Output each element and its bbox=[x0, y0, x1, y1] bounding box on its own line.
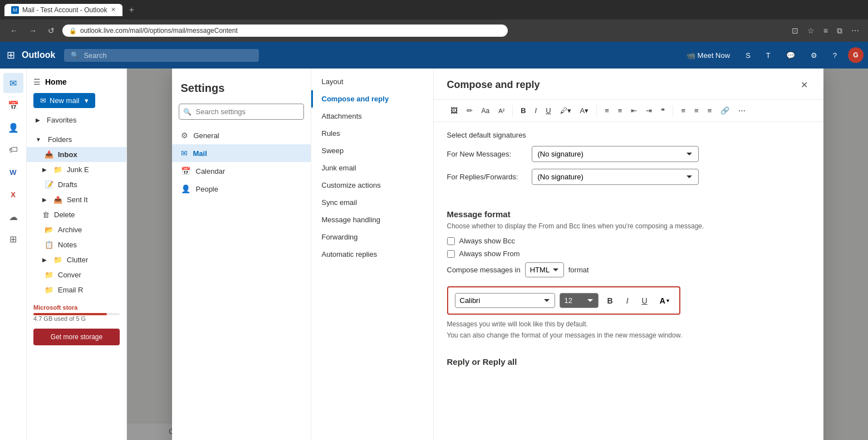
sidebar-item-more[interactable]: ⊞ bbox=[3, 229, 23, 249]
settings-nav-mail[interactable]: ✉ Mail bbox=[172, 144, 311, 162]
browser-tab[interactable]: M Mail - Test Account - Outlook ✕ bbox=[4, 4, 122, 16]
menu-item-junk[interactable]: Junk email bbox=[311, 159, 433, 177]
new-mail-button[interactable]: ✉ New mail ▾ bbox=[33, 93, 95, 108]
extensions-icon[interactable]: ⊡ bbox=[789, 24, 801, 37]
menu-item-compose-reply[interactable]: Compose and reply bbox=[311, 90, 433, 107]
address-bar[interactable]: 🔒 outlook.live.com/mail/0/options/mail/m… bbox=[62, 25, 508, 37]
favorites-section: ▶ Favorites bbox=[27, 110, 126, 130]
deleted-nav-item[interactable]: 🗑 Delete bbox=[27, 207, 126, 222]
settings-nav-general[interactable]: ⚙ General bbox=[172, 126, 311, 144]
collections-icon[interactable]: ≡ bbox=[821, 24, 830, 37]
global-search-input[interactable] bbox=[84, 51, 252, 60]
menu-item-sync[interactable]: Sync email bbox=[311, 194, 433, 211]
more-icon[interactable]: ⋯ bbox=[849, 24, 861, 37]
compose-messages-prefix: Compose messages in bbox=[447, 266, 521, 274]
toolbar-quote-btn[interactable]: ❝ bbox=[658, 104, 668, 117]
font-color-button[interactable]: A ▾ bbox=[656, 294, 673, 307]
settings-menu: Layout Compose and reply Attachments Rul… bbox=[311, 69, 434, 440]
sidebar-item-onedrive[interactable]: ☁ bbox=[3, 207, 23, 227]
content-area: Settings 🔍 ⚙ General ✉ Mail 📅 bbox=[127, 69, 868, 440]
new-messages-signature-select[interactable]: (No signature) bbox=[532, 146, 699, 162]
notes-nav-item[interactable]: 📋 Notes bbox=[27, 237, 126, 252]
toolbar-underline-btn[interactable]: U bbox=[542, 104, 554, 117]
tab-close-button[interactable]: ✕ bbox=[111, 6, 116, 13]
new-tab-button[interactable]: + bbox=[127, 3, 136, 17]
font-underline-button[interactable]: U bbox=[637, 294, 652, 307]
get-more-storage-button[interactable]: Get more storage bbox=[33, 329, 120, 345]
split-screen-icon[interactable]: ⧉ bbox=[835, 24, 845, 38]
font-family-select[interactable]: Calibri bbox=[455, 293, 555, 308]
font-size-select[interactable]: 12 bbox=[560, 293, 599, 308]
junk-nav-item[interactable]: ▶ 📁 Junk E bbox=[27, 162, 126, 177]
menu-item-forwarding[interactable]: Forwarding bbox=[311, 228, 433, 246]
settings-close-button[interactable]: ✕ bbox=[798, 77, 810, 92]
settings-nav-people[interactable]: 👤 People bbox=[172, 180, 311, 198]
always-show-bcc-checkbox[interactable] bbox=[447, 237, 455, 245]
toolbar-font-color-btn[interactable]: A▾ bbox=[577, 104, 592, 117]
sidebar-item-people[interactable]: 👤 bbox=[3, 118, 23, 138]
app-grid-icon[interactable]: ⊞ bbox=[4, 47, 17, 63]
toolbar-indent-btn[interactable]: ⇤ bbox=[627, 104, 640, 117]
always-show-from-checkbox[interactable] bbox=[447, 250, 455, 258]
sidebar-item-calendar[interactable]: 📅 bbox=[3, 95, 23, 115]
meet-now-button[interactable]: 📹 Meet Now bbox=[682, 49, 735, 62]
hamburger-icon[interactable]: ☰ bbox=[33, 77, 41, 86]
back-button[interactable]: ← bbox=[7, 24, 21, 37]
menu-item-auto-replies[interactable]: Automatic replies bbox=[311, 246, 433, 263]
reload-button[interactable]: ↺ bbox=[45, 24, 58, 37]
always-show-from-label[interactable]: Always show From bbox=[459, 250, 520, 258]
menu-item-customize[interactable]: Customize actions bbox=[311, 177, 433, 194]
toolbar-bullets-btn[interactable]: ≡ bbox=[601, 104, 612, 117]
archive-nav-item[interactable]: 📂 Archive bbox=[27, 222, 126, 237]
toolbar-align-right-btn[interactable]: ≡ bbox=[704, 104, 715, 117]
sent-expand-icon: ▶ bbox=[42, 197, 47, 203]
settings-icon[interactable]: ⚙ bbox=[806, 49, 822, 62]
toolbar-highlight-btn[interactable]: 🖊▾ bbox=[557, 104, 575, 117]
always-show-bcc-label[interactable]: Always show Bcc bbox=[459, 237, 515, 245]
toolbar-bold-btn[interactable]: B bbox=[517, 104, 529, 117]
favorites-icon[interactable]: ☆ bbox=[805, 24, 817, 37]
sidebar-item-excel[interactable]: X bbox=[3, 184, 23, 204]
toolbar-italic-btn[interactable]: I bbox=[532, 104, 541, 117]
user-avatar[interactable]: G bbox=[848, 47, 864, 63]
toolbar-draw-btn[interactable]: ✏ bbox=[463, 104, 476, 117]
toolbar-font-size-btn[interactable]: Aa bbox=[478, 105, 493, 117]
font-italic-button[interactable]: I bbox=[622, 294, 633, 307]
conversation-nav-item[interactable]: 📁 Conver bbox=[27, 267, 126, 282]
toolbar-image-btn[interactable]: 🖼 bbox=[447, 104, 461, 117]
sidebar-item-mail[interactable]: ✉ bbox=[3, 73, 23, 93]
toolbar-align-left-btn[interactable]: ≡ bbox=[678, 104, 689, 117]
clutter-nav-item[interactable]: ▶ 📁 Clutter bbox=[27, 252, 126, 267]
favorites-nav-item[interactable]: ▶ Favorites bbox=[27, 113, 126, 128]
sidebar-item-word[interactable]: W bbox=[3, 162, 23, 182]
toolbar-numbers-btn[interactable]: ≡ bbox=[615, 104, 626, 117]
new-mail-icon: ✉ bbox=[40, 96, 46, 105]
email-nav-item[interactable]: 📁 Email R bbox=[27, 282, 126, 297]
replies-signature-select[interactable]: (No signature) bbox=[532, 169, 699, 185]
toolbar-align-center-btn[interactable]: ≡ bbox=[691, 104, 702, 117]
forward-button[interactable]: → bbox=[26, 24, 40, 37]
settings-nav-calendar[interactable]: 📅 Calendar bbox=[172, 162, 311, 180]
help-icon[interactable]: ? bbox=[828, 49, 841, 62]
toolbar-more-btn[interactable]: ⋯ bbox=[735, 104, 749, 117]
folders-nav-item[interactable]: ▼ Folders bbox=[27, 132, 126, 147]
menu-item-attachments[interactable]: Attachments bbox=[311, 107, 433, 125]
menu-item-rules[interactable]: Rules bbox=[311, 125, 433, 142]
toolbar-outdent-btn[interactable]: ⇥ bbox=[643, 104, 655, 117]
drafts-nav-item[interactable]: 📝 Drafts bbox=[27, 177, 126, 192]
toolbar-link-btn[interactable]: 🔗 bbox=[717, 104, 733, 117]
feedback-icon[interactable]: 💬 bbox=[782, 49, 800, 62]
toolbar-superscript-btn[interactable]: A² bbox=[495, 105, 508, 116]
sent-nav-item[interactable]: ▶ 📤 Sent It bbox=[27, 192, 126, 207]
global-search-box[interactable]: 🔍 bbox=[64, 49, 259, 62]
menu-item-layout[interactable]: Layout bbox=[311, 73, 433, 90]
inbox-nav-item[interactable]: 📥 Inbox bbox=[27, 147, 126, 162]
menu-item-message-handling[interactable]: Message handling bbox=[311, 211, 433, 228]
teams-icon[interactable]: T bbox=[762, 49, 775, 62]
font-bold-button[interactable]: B bbox=[603, 294, 617, 307]
compose-format-select[interactable]: HTML bbox=[525, 262, 564, 277]
skype-icon[interactable]: S bbox=[741, 49, 755, 62]
menu-item-sweep[interactable]: Sweep bbox=[311, 142, 433, 159]
sidebar-item-tags[interactable]: 🏷 bbox=[3, 140, 23, 160]
settings-search-input[interactable] bbox=[179, 104, 304, 120]
